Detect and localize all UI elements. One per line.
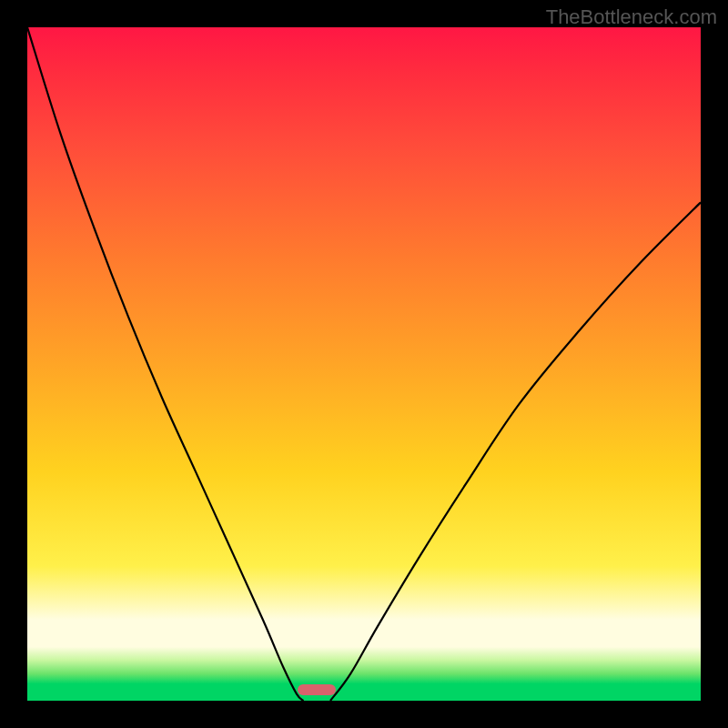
watermark-text: TheBottleneck.com	[546, 5, 717, 29]
curve-left	[27, 27, 303, 701]
curve-right	[330, 202, 701, 701]
bottleneck-curves	[27, 27, 701, 701]
target-marker	[298, 684, 336, 695]
chart-frame: TheBottleneck.com	[0, 0, 728, 728]
plot-area	[27, 27, 701, 701]
